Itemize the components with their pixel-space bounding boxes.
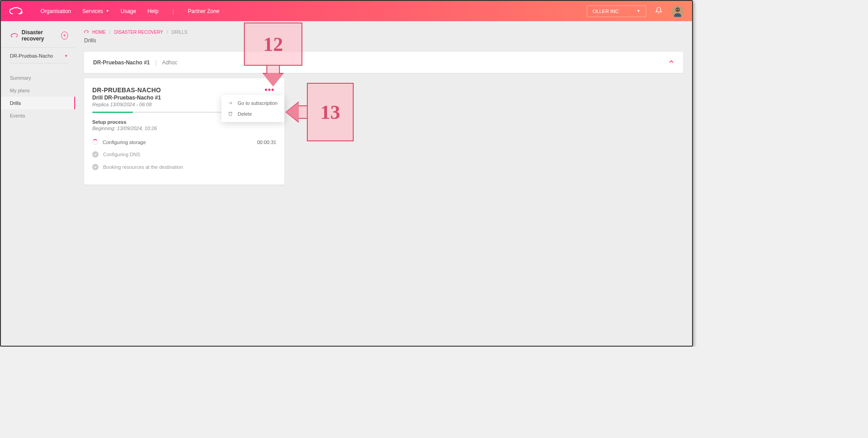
step-booking-resources: Booking resources at the destination	[92, 164, 276, 170]
logo[interactable]	[9, 6, 27, 16]
sidebar-plan-selector[interactable]: DR-Pruebas-Nacho ▼	[10, 53, 68, 63]
chevron-down-icon: ▼	[64, 54, 68, 58]
breadcrumb-current: DRILLS	[171, 30, 187, 35]
nav-help[interactable]: Help	[148, 8, 159, 14]
sidebar-menu: Summary My plans Drills Events	[1, 72, 75, 122]
add-button[interactable]: +	[61, 32, 68, 40]
page-title: Drills	[84, 37, 683, 44]
annotation-13: 13	[286, 83, 354, 141]
main-content: HOME / DISASTER RECOVERY / DRILLS Drills…	[75, 21, 692, 346]
sidebar-title: Disaster recovery	[22, 29, 58, 42]
step-label: Configuring DNS	[103, 152, 140, 157]
nav-organisation[interactable]: Organisation	[40, 8, 71, 14]
sidebar-plan-label: DR-Pruebas-Nacho	[10, 53, 53, 59]
step-configuring-dns: Configuring DNS	[92, 151, 276, 158]
sidebar-item-summary[interactable]: Summary	[1, 72, 75, 84]
breadcrumb-home[interactable]: HOME	[92, 30, 106, 35]
card-subtitle: Drill DR-Pruebas-Nacho #1	[92, 95, 161, 101]
sidebar-item-my-plans[interactable]: My plans	[1, 84, 75, 97]
panel-tag: Adhoc	[162, 59, 177, 66]
check-icon	[92, 164, 99, 170]
card-title: DR-PRUEBAS-NACHO	[92, 86, 161, 94]
svg-point-3	[678, 9, 679, 9]
topbar-right: OLLER INC ▼	[587, 5, 684, 18]
svg-point-1	[675, 7, 680, 12]
step-label: Booking resources at the destination	[103, 164, 183, 170]
step-time: 00:00:31	[257, 140, 276, 145]
chevron-down-icon: ▼	[637, 9, 640, 13]
annotation-13-box: 13	[307, 83, 354, 141]
drill-card: DR-PRUEBAS-NACHO Drill DR-Pruebas-Nacho …	[84, 78, 284, 185]
nav-usage[interactable]: Usage	[121, 8, 136, 14]
annotation-arrow-down-icon	[263, 74, 283, 86]
panel-divider: |	[155, 59, 157, 66]
top-navbar: Organisation Services ▼ Usage Help | Par…	[1, 1, 692, 21]
nav-separator: |	[172, 8, 174, 14]
card-more-button[interactable]: •••	[263, 86, 276, 93]
sidebar-item-drills[interactable]: Drills	[1, 97, 75, 109]
app-window: Organisation Services ▼ Usage Help | Par…	[0, 0, 693, 347]
breadcrumb-separator: /	[167, 30, 168, 35]
chevron-down-icon: ▼	[106, 9, 109, 13]
user-avatar[interactable]	[671, 5, 684, 18]
card-context-menu: Go to subscription Delete	[221, 95, 284, 122]
content-wrap: Disaster recovery + DR-Pruebas-Nacho ▼ S…	[1, 21, 692, 346]
menu-delete[interactable]: Delete	[221, 108, 284, 119]
org-selector[interactable]: OLLER INC ▼	[587, 5, 646, 17]
breadcrumb-section[interactable]: DISASTER RECOVERY	[114, 30, 163, 35]
arrow-right-icon	[228, 100, 233, 106]
notifications-icon[interactable]	[655, 7, 662, 16]
annotation-12: 12	[244, 23, 302, 86]
drill-panel-header[interactable]: DR-Pruebas-Nacho #1 | Adhoc	[84, 52, 683, 73]
spinner-icon	[92, 139, 98, 145]
panel-name: DR-Pruebas-Nacho #1	[93, 59, 150, 66]
annotation-12-box: 12	[244, 23, 302, 66]
sidebar-heading: Disaster recovery +	[1, 29, 75, 48]
trash-icon	[228, 111, 233, 117]
menu-delete-label: Delete	[238, 111, 252, 117]
org-selector-label: OLLER INC	[593, 9, 619, 14]
annotation-arrow-stem	[299, 105, 307, 119]
svg-point-2	[676, 9, 677, 9]
card-replica-meta: Replica 13/09/2024 - 06:08	[92, 102, 161, 107]
nav-services-label: Services	[82, 8, 103, 14]
breadcrumb-separator: /	[109, 30, 111, 35]
step-configuring-storage: Configuring storage 00:00:31	[92, 139, 276, 145]
chevron-up-icon[interactable]	[669, 59, 674, 66]
cloud-icon	[11, 32, 18, 40]
annotation-arrow-left-icon	[286, 102, 299, 122]
home-icon	[84, 29, 89, 35]
sidebar-item-events[interactable]: Events	[1, 109, 75, 122]
menu-go-to-subscription-label: Go to subscription	[238, 100, 278, 106]
progress-fill	[92, 112, 133, 113]
step-label: Configuring storage	[103, 140, 146, 145]
breadcrumb: HOME / DISASTER RECOVERY / DRILLS	[84, 29, 683, 35]
nav-services[interactable]: Services ▼	[82, 8, 109, 14]
menu-go-to-subscription[interactable]: Go to subscription	[221, 98, 284, 108]
nav-items: Organisation Services ▼ Usage Help | Par…	[40, 8, 220, 14]
nav-partner-zone[interactable]: Partner Zone	[188, 8, 219, 14]
check-icon	[92, 151, 99, 158]
setup-meta: Beginning: 13/09/2024, 10:26	[92, 126, 276, 131]
sidebar: Disaster recovery + DR-Pruebas-Nacho ▼ S…	[1, 21, 75, 346]
annotation-arrow-stem	[266, 66, 280, 74]
